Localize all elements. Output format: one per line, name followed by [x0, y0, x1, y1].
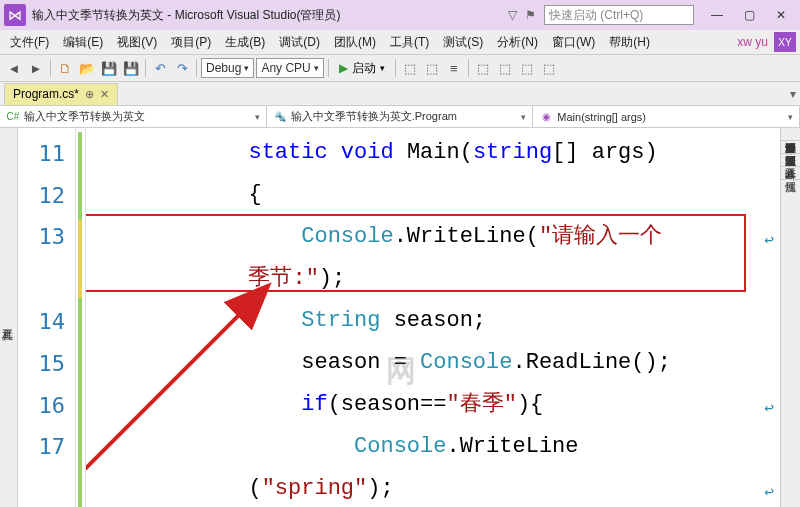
- title-bar: ⋈ 输入中文季节转换为英文 - Microsoft Visual Studio(…: [0, 0, 800, 30]
- panel-properties[interactable]: 属性: [781, 167, 800, 180]
- line-number: 16: [18, 384, 75, 426]
- nav-class-dropdown[interactable]: 🔩 输入中文季节转换为英文.Program▾: [267, 106, 534, 127]
- csharp-project-icon: C#: [6, 110, 20, 124]
- user-avatar[interactable]: XY: [774, 32, 796, 52]
- vs-logo-icon: ⋈: [4, 4, 26, 26]
- save-icon[interactable]: 💾: [99, 58, 119, 78]
- nav-method-dropdown[interactable]: ◉ Main(string[] args)▾: [533, 106, 800, 127]
- menu-bar: 文件(F) 编辑(E) 视图(V) 项目(P) 生成(B) 调试(D) 团队(M…: [0, 30, 800, 54]
- menu-tools[interactable]: 工具(T): [384, 32, 435, 53]
- menu-view[interactable]: 视图(V): [111, 32, 163, 53]
- tb-misc7-icon[interactable]: ⬚: [539, 58, 559, 78]
- menu-build[interactable]: 生成(B): [219, 32, 271, 53]
- feedback-icon[interactable]: ⚑: [525, 8, 536, 22]
- wrap-glyph-icon: ↩: [764, 388, 774, 430]
- menu-window[interactable]: 窗口(W): [546, 32, 601, 53]
- line-number: 14: [18, 300, 75, 342]
- user-name[interactable]: xw yu: [737, 35, 768, 49]
- menu-edit[interactable]: 编辑(E): [57, 32, 109, 53]
- open-icon[interactable]: 📂: [77, 58, 97, 78]
- tab-overflow-icon[interactable]: ▾: [790, 87, 796, 101]
- redo-icon[interactable]: ↷: [172, 58, 192, 78]
- tb-misc2-icon[interactable]: ⬚: [422, 58, 442, 78]
- nav-fwd-icon[interactable]: ►: [26, 58, 46, 78]
- menu-file[interactable]: 文件(F): [4, 32, 55, 53]
- tb-misc4-icon[interactable]: ⬚: [473, 58, 493, 78]
- tb-misc6-icon[interactable]: ⬚: [517, 58, 537, 78]
- right-tool-panels: 解决方案资源管理器 团队资源管理器 诊断工具 属性: [780, 128, 800, 507]
- code-editor[interactable]: static void Main(string[] args) { Consol…: [86, 128, 780, 507]
- start-debug-button[interactable]: ▶启动▾: [333, 60, 391, 77]
- change-indicator: [76, 128, 86, 507]
- new-project-icon[interactable]: 🗋: [55, 58, 75, 78]
- platform-dropdown[interactable]: Any CPU▾: [256, 58, 323, 78]
- notification-icon[interactable]: ▽: [508, 8, 517, 22]
- panel-solution-explorer[interactable]: 解决方案资源管理器: [781, 128, 800, 141]
- line-number: 12: [18, 174, 75, 216]
- quick-launch-input[interactable]: 快速启动 (Ctrl+Q): [544, 5, 694, 25]
- tb-misc3-icon[interactable]: ≡: [444, 58, 464, 78]
- panel-diagnostics[interactable]: 诊断工具: [781, 154, 800, 167]
- wrap-glyph-icon: ↩: [764, 220, 774, 262]
- line-number: 17: [18, 426, 75, 507]
- class-icon: 🔩: [273, 110, 287, 124]
- menu-debug[interactable]: 调试(D): [273, 32, 326, 53]
- editor-area: 工具栏 11 12 13 14 15 16 17 18 19 static vo…: [0, 128, 800, 507]
- undo-icon[interactable]: ↶: [150, 58, 170, 78]
- window-title: 输入中文季节转换为英文 - Microsoft Visual Studio(管理…: [32, 7, 341, 24]
- panel-team-explorer[interactable]: 团队资源管理器: [781, 141, 800, 154]
- line-number-gutter: 11 12 13 14 15 16 17 18 19: [18, 128, 76, 507]
- wrap-glyph-icon: ↩: [764, 472, 774, 507]
- tb-misc1-icon[interactable]: ⬚: [400, 58, 420, 78]
- menu-analyze[interactable]: 分析(N): [491, 32, 544, 53]
- save-all-icon[interactable]: 💾: [121, 58, 141, 78]
- left-tool-panel[interactable]: 工具栏: [0, 128, 18, 507]
- line-number: 13: [18, 216, 75, 300]
- menu-test[interactable]: 测试(S): [437, 32, 489, 53]
- nav-back-icon[interactable]: ◄: [4, 58, 24, 78]
- menu-project[interactable]: 项目(P): [165, 32, 217, 53]
- minimize-button[interactable]: —: [702, 4, 732, 26]
- close-button[interactable]: ✕: [766, 4, 796, 26]
- document-tab[interactable]: Program.cs* ⊕ ✕: [4, 83, 118, 105]
- menu-help[interactable]: 帮助(H): [603, 32, 656, 53]
- menu-team[interactable]: 团队(M): [328, 32, 382, 53]
- tb-misc5-icon[interactable]: ⬚: [495, 58, 515, 78]
- config-dropdown[interactable]: Debug▾: [201, 58, 254, 78]
- line-number: 15: [18, 342, 75, 384]
- line-number: 11: [18, 132, 75, 174]
- pin-icon[interactable]: ⊕: [85, 88, 94, 101]
- nav-project-dropdown[interactable]: C# 输入中文季节转换为英文▾: [0, 106, 267, 127]
- tab-label: Program.cs*: [13, 87, 79, 101]
- main-toolbar: ◄ ► 🗋 📂 💾 💾 ↶ ↷ Debug▾ Any CPU▾ ▶启动▾ ⬚ ⬚…: [0, 54, 800, 82]
- method-icon: ◉: [539, 110, 553, 124]
- tab-close-icon[interactable]: ✕: [100, 88, 109, 101]
- code-nav-bar: C# 输入中文季节转换为英文▾ 🔩 输入中文季节转换为英文.Program▾ ◉…: [0, 106, 800, 128]
- maximize-button[interactable]: ▢: [734, 4, 764, 26]
- document-tab-bar: Program.cs* ⊕ ✕ ▾: [0, 82, 800, 106]
